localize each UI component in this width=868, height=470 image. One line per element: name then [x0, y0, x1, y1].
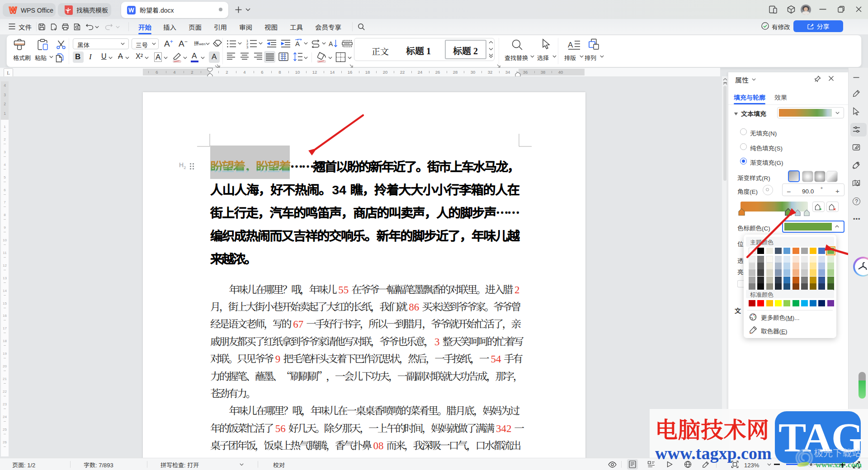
svg-text:A: A [295, 40, 300, 47]
svg-text:A: A [568, 41, 573, 49]
svg-text:3: 3 [246, 45, 248, 48]
svg-text:A: A [329, 40, 333, 47]
